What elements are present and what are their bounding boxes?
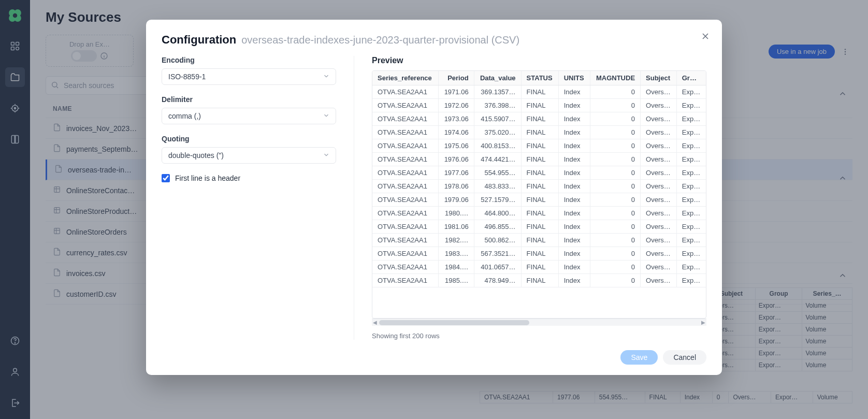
table-row[interactable]: OTVA.SEA2AA11980.…464.800…FINALIndex0Ove… (372, 207, 706, 220)
scroll-right-icon[interactable]: ▶ (701, 320, 705, 325)
table-cell: OTVA.SEA2AA1 (372, 207, 438, 220)
table-cell: Exp… (676, 139, 706, 153)
table-cell: Index (558, 85, 590, 99)
chevron-down-icon (323, 112, 330, 121)
table-cell: 0 (590, 207, 641, 220)
preview-title: Preview (372, 56, 706, 65)
table-header: Subject (641, 71, 677, 85)
table-cell: 0 (590, 153, 641, 166)
table-row[interactable]: OTVA.SEA2AA11981.06496.855…FINALIndex0Ov… (372, 220, 706, 234)
table-cell: Exp… (676, 193, 706, 207)
table-cell: Overs… (641, 126, 677, 139)
table-cell: Index (558, 112, 590, 126)
table-cell: 496.855… (474, 220, 521, 234)
table-cell: 0 (590, 112, 641, 126)
table-cell: Overs… (641, 153, 677, 166)
table-cell: 1980.… (438, 207, 474, 220)
encoding-value: ISO-8859-1 (168, 73, 206, 81)
cancel-button[interactable]: Cancel (663, 350, 706, 365)
table-cell: Overs… (641, 99, 677, 112)
table-header: UNITS (558, 71, 590, 85)
table-cell: 0 (590, 274, 641, 287)
horizontal-scrollbar[interactable]: ◀ ▶ (372, 319, 706, 326)
table-cell: OTVA.SEA2AA1 (372, 180, 438, 193)
table-cell: Overs… (641, 112, 677, 126)
table-cell: Overs… (641, 166, 677, 180)
table-cell: 554.955… (474, 166, 521, 180)
delimiter-value: comma (,) (168, 112, 201, 120)
table-cell: FINAL (521, 207, 558, 220)
table-cell: 0 (590, 139, 641, 153)
table-cell: 474.4421… (474, 153, 521, 166)
table-cell: Exp… (676, 261, 706, 274)
table-cell: Exp… (676, 166, 706, 180)
table-cell: 1975.06 (438, 139, 474, 153)
save-button[interactable]: Save (620, 350, 658, 365)
table-cell: Overs… (641, 85, 677, 99)
table-cell: OTVA.SEA2AA1 (372, 126, 438, 139)
table-cell: Index (558, 99, 590, 112)
app-root: My Sources Use in a new job Drop an Ex… (0, 0, 868, 419)
table-cell: 1983.… (438, 247, 474, 261)
table-cell: OTVA.SEA2AA1 (372, 261, 438, 274)
table-cell: 0 (590, 99, 641, 112)
table-cell: OTVA.SEA2AA1 (372, 234, 438, 247)
table-cell: 1979.06 (438, 193, 474, 207)
table-cell: OTVA.SEA2AA1 (372, 274, 438, 287)
table-cell: 1985.… (438, 274, 474, 287)
table-cell: Index (558, 207, 590, 220)
delimiter-label: Delimiter (162, 95, 336, 104)
table-cell: Overs… (641, 207, 677, 220)
preview-panel: Preview Series_referencePeriodData_value… (372, 56, 706, 340)
table-header: STATUS (521, 71, 558, 85)
table-cell: 0 (590, 166, 641, 180)
table-row[interactable]: OTVA.SEA2AA11973.06415.5907…FINALIndex0O… (372, 112, 706, 126)
table-row[interactable]: OTVA.SEA2AA11974.06375.020…FINALIndex0Ov… (372, 126, 706, 139)
table-row[interactable]: OTVA.SEA2AA11985.…478.949…FINALIndex0Ove… (372, 274, 706, 287)
delimiter-select[interactable]: comma (,) (162, 108, 336, 124)
configuration-dialog: Configuration overseas-trade-indexes-jun… (146, 20, 722, 375)
chevron-down-icon (323, 151, 330, 160)
table-cell: Exp… (676, 247, 706, 261)
preview-table-wrap[interactable]: Series_referencePeriodData_valueSTATUSUN… (372, 70, 706, 319)
table-cell: Exp… (676, 274, 706, 287)
table-header: MAGNTUDE (590, 71, 641, 85)
table-cell: FINAL (521, 247, 558, 261)
table-cell: 1974.06 (438, 126, 474, 139)
table-row[interactable]: OTVA.SEA2AA11975.06400.8153…FINALIndex0O… (372, 139, 706, 153)
table-cell: 0 (590, 85, 641, 99)
scroll-left-icon[interactable]: ◀ (373, 320, 377, 325)
close-icon[interactable] (700, 31, 711, 43)
scroll-thumb[interactable] (379, 320, 529, 325)
encoding-label: Encoding (162, 56, 336, 64)
table-cell: FINAL (521, 261, 558, 274)
table-row[interactable]: OTVA.SEA2AA11971.06369.1357…FINALIndex0O… (372, 85, 706, 99)
table-row[interactable]: OTVA.SEA2AA11984.…401.0657…FINALIndex0Ov… (372, 261, 706, 274)
table-cell: 567.3521… (474, 247, 521, 261)
table-row[interactable]: OTVA.SEA2AA11982.…500.862…FINALIndex0Ove… (372, 234, 706, 247)
first-line-header-label: First line is a header (175, 174, 240, 182)
table-row[interactable]: OTVA.SEA2AA11978.06483.833…FINALIndex0Ov… (372, 180, 706, 193)
table-cell: 1981.06 (438, 220, 474, 234)
first-line-header-checkbox[interactable] (162, 174, 170, 182)
table-cell: OTVA.SEA2AA1 (372, 166, 438, 180)
table-cell: Overs… (641, 139, 677, 153)
encoding-select[interactable]: ISO-8859-1 (162, 68, 336, 85)
table-row[interactable]: OTVA.SEA2AA11977.06554.955…FINALIndex0Ov… (372, 166, 706, 180)
quoting-select[interactable]: double-quotes (") (162, 147, 336, 164)
table-cell: 464.800… (474, 207, 521, 220)
table-row[interactable]: OTVA.SEA2AA11976.06474.4421…FINALIndex0O… (372, 153, 706, 166)
table-cell: Overs… (641, 220, 677, 234)
table-cell: FINAL (521, 180, 558, 193)
table-cell: 478.949… (474, 274, 521, 287)
table-cell: Overs… (641, 261, 677, 274)
preview-table: Series_referencePeriodData_valueSTATUSUN… (372, 71, 706, 287)
table-row[interactable]: OTVA.SEA2AA11979.06527.1579…FINALIndex0O… (372, 193, 706, 207)
table-cell: Exp… (676, 220, 706, 234)
chevron-down-icon (323, 73, 330, 81)
table-row[interactable]: OTVA.SEA2AA11972.06376.398…FINALIndex0Ov… (372, 99, 706, 112)
table-row[interactable]: OTVA.SEA2AA11983.…567.3521…FINALIndex0Ov… (372, 247, 706, 261)
table-cell: FINAL (521, 139, 558, 153)
table-cell: 1971.06 (438, 85, 474, 99)
table-cell: 1978.06 (438, 180, 474, 193)
